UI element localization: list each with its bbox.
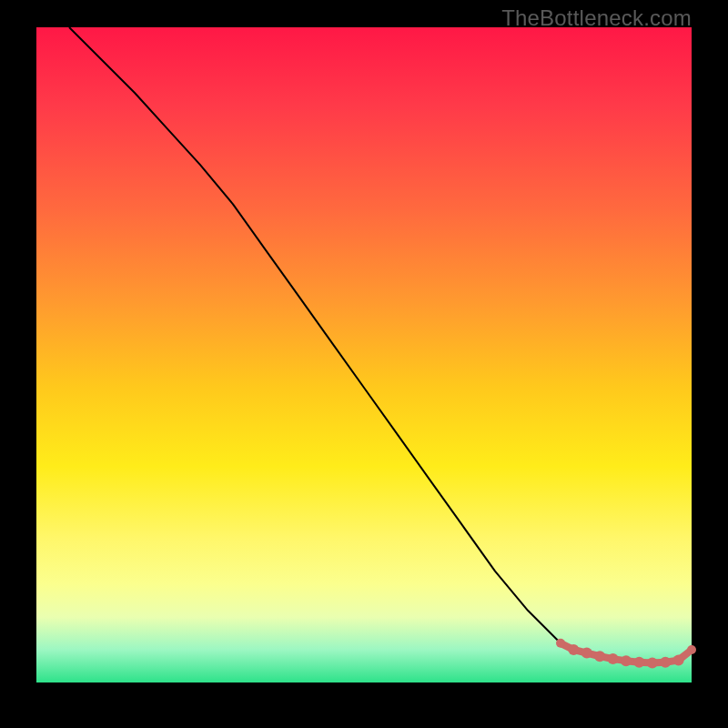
scatter-dot (621, 655, 632, 666)
scatter-dot (568, 644, 579, 655)
scatter-dot (633, 657, 644, 668)
scatter-dots (556, 639, 696, 669)
curve-path (69, 27, 692, 662)
scatter-dot (660, 657, 671, 668)
scatter-dot (594, 651, 605, 662)
scatter-dot (673, 655, 684, 666)
scatter-dot (647, 657, 658, 668)
curve-line (69, 27, 692, 662)
chart-stage: TheBottleneck.com (0, 0, 728, 728)
scatter-dot (581, 648, 592, 659)
scatter-dot (687, 645, 696, 654)
scatter-dot (608, 653, 619, 664)
plot-overlay (36, 27, 692, 682)
scatter-dot (556, 639, 565, 648)
